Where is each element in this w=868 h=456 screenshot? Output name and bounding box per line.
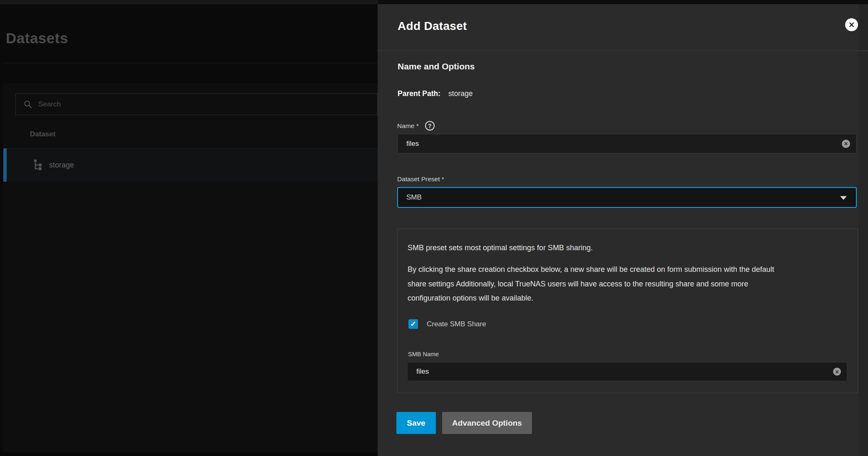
section-title: Name and Options (398, 62, 475, 71)
preset-selected-value: SMB (406, 193, 422, 202)
parent-path-label: Parent Path: (398, 89, 440, 98)
panel-header-divider (378, 50, 868, 51)
top-bar-dimmed-right (378, 0, 868, 4)
name-clear-button[interactable]: ✕ (842, 140, 850, 148)
info-paragraph-1: SMB preset sets most optimal settings fo… (408, 241, 593, 255)
clear-icon: ✕ (835, 369, 839, 374)
title-divider (3, 63, 378, 63)
panel-scroll-gutter[interactable] (858, 4, 868, 456)
search-icon (23, 100, 32, 109)
chevron-down-icon (840, 196, 847, 200)
info-paragraph-2-line1: By clicking the share creation checkbox … (408, 262, 848, 277)
form-actions: Save Advanced Options (396, 412, 532, 434)
smb-name-input[interactable] (408, 367, 794, 376)
parent-path-value: storage (448, 89, 472, 98)
smb-name-clear-button[interactable]: ✕ (833, 368, 841, 376)
panel-title: Add Dataset (398, 20, 467, 33)
help-icon[interactable]: ? (425, 121, 435, 131)
info-paragraph-2-line3: configuration options will be available. (408, 291, 848, 306)
name-input-container: ✕ (397, 134, 857, 153)
close-button[interactable]: ✕ (845, 18, 858, 31)
datasets-page-dimmed: Datasets Dataset storage (0, 4, 378, 456)
help-question-glyph: ? (428, 123, 432, 129)
advanced-options-button[interactable]: Advanced Options (442, 412, 532, 434)
name-field-label-row: Name * ? (397, 121, 435, 131)
smb-name-label: SMB Name (408, 351, 439, 357)
parent-path-row: Parent Path: storage (398, 89, 472, 98)
name-field-label: Name * (397, 122, 419, 130)
dataset-search-box[interactable] (15, 94, 378, 115)
page-title: Datasets (6, 30, 68, 47)
save-button[interactable]: Save (396, 412, 436, 434)
info-paragraph-2-line2: share settings Additionally, local TrueN… (408, 277, 848, 291)
clear-icon: ✕ (844, 141, 848, 146)
smb-name-input-container: ✕ (407, 362, 847, 381)
close-icon: ✕ (848, 21, 855, 29)
dataset-row-label: storage (49, 161, 74, 170)
smb-preset-info-box: SMB preset sets most optimal settings fo… (397, 229, 858, 393)
check-icon: ✓ (410, 320, 416, 328)
dataset-tree-icon (32, 159, 42, 171)
page-footer-strip (0, 452, 378, 456)
datasets-card: Dataset storage (3, 83, 378, 452)
add-dataset-panel: Add Dataset ✕ Name and Options Parent Pa… (378, 4, 868, 456)
dataset-preset-select[interactable]: SMB (397, 187, 857, 208)
column-header-dataset: Dataset (30, 130, 55, 138)
preset-field-label: Dataset Preset * (397, 175, 444, 183)
create-smb-share-checkbox[interactable]: ✓ (408, 319, 418, 329)
name-input[interactable] (398, 140, 801, 148)
search-input[interactable] (38, 100, 329, 108)
create-smb-share-label: Create SMB Share (427, 320, 486, 328)
top-bar-dimmed (0, 0, 378, 4)
create-smb-share-checkbox-row[interactable]: ✓ Create SMB Share (408, 319, 486, 329)
info-paragraph-2: By clicking the share creation checkbox … (408, 262, 848, 306)
dataset-row-storage[interactable]: storage (3, 148, 378, 182)
